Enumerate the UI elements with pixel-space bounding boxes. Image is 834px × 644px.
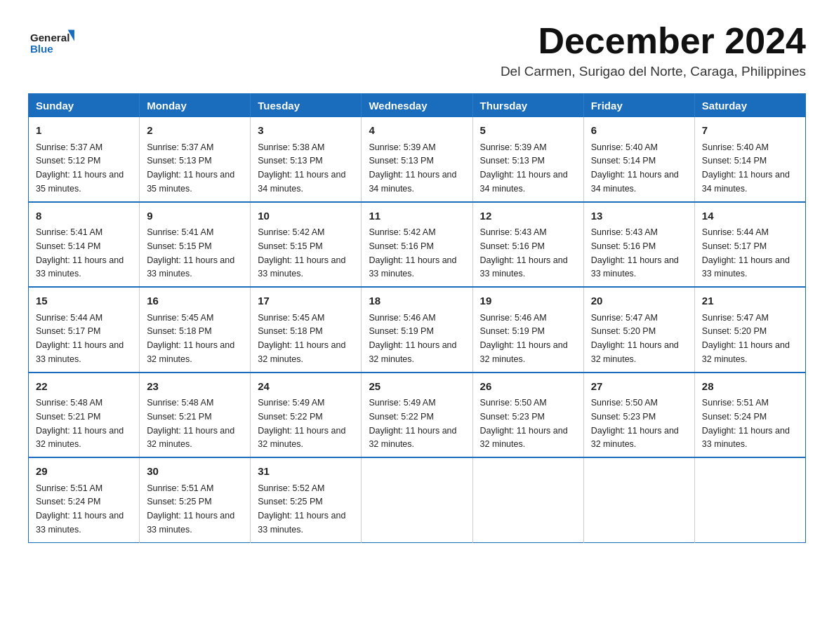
day-number: 29 [36, 464, 132, 480]
day-info: Sunrise: 5:39 AMSunset: 5:13 PMDaylight:… [480, 142, 568, 194]
calendar-cell: 15Sunrise: 5:44 AMSunset: 5:17 PMDayligh… [29, 287, 140, 373]
calendar-cell: 13Sunrise: 5:43 AMSunset: 5:16 PMDayligh… [583, 202, 694, 288]
page-header: General Blue December 2024 Del Carmen, S… [28, 21, 806, 79]
day-number: 23 [147, 379, 243, 395]
day-number: 25 [369, 379, 465, 395]
logo-svg: General Blue [28, 21, 77, 63]
day-info: Sunrise: 5:40 AMSunset: 5:14 PMDaylight:… [591, 142, 679, 194]
calendar-cell: 20Sunrise: 5:47 AMSunset: 5:20 PMDayligh… [583, 287, 694, 373]
day-number: 3 [258, 123, 354, 139]
weekday-header-wednesday: Wednesday [362, 94, 472, 118]
day-info: Sunrise: 5:48 AMSunset: 5:21 PMDaylight:… [36, 398, 124, 449]
calendar-cell: 31Sunrise: 5:52 AMSunset: 5:25 PMDayligh… [251, 457, 362, 542]
calendar-cell: 27Sunrise: 5:50 AMSunset: 5:23 PMDayligh… [583, 373, 694, 458]
calendar-cell: 22Sunrise: 5:48 AMSunset: 5:21 PMDayligh… [29, 373, 140, 458]
calendar-cell: 25Sunrise: 5:49 AMSunset: 5:22 PMDayligh… [362, 373, 472, 458]
calendar-cell: 8Sunrise: 5:41 AMSunset: 5:14 PMDaylight… [29, 202, 140, 288]
day-info: Sunrise: 5:41 AMSunset: 5:15 PMDaylight:… [147, 227, 234, 279]
weekday-header-thursday: Thursday [472, 94, 583, 118]
day-info: Sunrise: 5:47 AMSunset: 5:20 PMDaylight:… [591, 313, 679, 364]
weekday-header-sunday: Sunday [29, 94, 140, 118]
day-info: Sunrise: 5:50 AMSunset: 5:23 PMDaylight:… [480, 398, 568, 449]
day-number: 24 [258, 379, 354, 395]
day-info: Sunrise: 5:45 AMSunset: 5:18 PMDaylight:… [147, 313, 234, 364]
day-info: Sunrise: 5:44 AMSunset: 5:17 PMDaylight:… [702, 227, 790, 279]
calendar-cell: 23Sunrise: 5:48 AMSunset: 5:21 PMDayligh… [140, 373, 251, 458]
day-number: 15 [36, 293, 132, 309]
calendar-cell: 30Sunrise: 5:51 AMSunset: 5:25 PMDayligh… [140, 457, 251, 542]
day-number: 6 [591, 123, 687, 139]
day-info: Sunrise: 5:38 AMSunset: 5:13 PMDaylight:… [258, 142, 345, 194]
day-number: 13 [591, 208, 687, 224]
weekday-header-monday: Monday [140, 94, 251, 118]
day-number: 28 [702, 379, 798, 395]
calendar-cell: 10Sunrise: 5:42 AMSunset: 5:15 PMDayligh… [251, 202, 362, 288]
day-info: Sunrise: 5:48 AMSunset: 5:21 PMDaylight:… [147, 398, 234, 449]
week-row-4: 22Sunrise: 5:48 AMSunset: 5:21 PMDayligh… [29, 373, 806, 458]
calendar-table: SundayMondayTuesdayWednesdayThursdayFrid… [28, 93, 806, 543]
month-title: December 2024 [501, 21, 806, 61]
day-info: Sunrise: 5:46 AMSunset: 5:19 PMDaylight:… [369, 313, 456, 364]
calendar-cell: 5Sunrise: 5:39 AMSunset: 5:13 PMDaylight… [472, 117, 583, 202]
calendar-cell: 14Sunrise: 5:44 AMSunset: 5:17 PMDayligh… [694, 202, 805, 288]
calendar-cell [583, 457, 694, 542]
day-number: 7 [702, 123, 798, 139]
day-info: Sunrise: 5:44 AMSunset: 5:17 PMDaylight:… [36, 313, 124, 364]
calendar-cell: 26Sunrise: 5:50 AMSunset: 5:23 PMDayligh… [472, 373, 583, 458]
day-info: Sunrise: 5:50 AMSunset: 5:23 PMDaylight:… [591, 398, 679, 449]
day-info: Sunrise: 5:41 AMSunset: 5:14 PMDaylight:… [36, 227, 124, 279]
calendar-cell: 1Sunrise: 5:37 AMSunset: 5:12 PMDaylight… [29, 117, 140, 202]
day-info: Sunrise: 5:45 AMSunset: 5:18 PMDaylight:… [258, 313, 345, 364]
calendar-cell: 12Sunrise: 5:43 AMSunset: 5:16 PMDayligh… [472, 202, 583, 288]
day-number: 31 [258, 464, 354, 480]
day-info: Sunrise: 5:51 AMSunset: 5:25 PMDaylight:… [147, 483, 234, 535]
day-info: Sunrise: 5:40 AMSunset: 5:14 PMDaylight:… [702, 142, 790, 194]
day-number: 20 [591, 293, 687, 309]
day-number: 26 [480, 379, 576, 395]
day-number: 17 [258, 293, 354, 309]
day-info: Sunrise: 5:47 AMSunset: 5:20 PMDaylight:… [702, 313, 790, 364]
calendar-cell: 24Sunrise: 5:49 AMSunset: 5:22 PMDayligh… [251, 373, 362, 458]
day-info: Sunrise: 5:52 AMSunset: 5:25 PMDaylight:… [258, 483, 345, 535]
day-number: 16 [147, 293, 243, 309]
calendar-cell: 28Sunrise: 5:51 AMSunset: 5:24 PMDayligh… [694, 373, 805, 458]
day-info: Sunrise: 5:43 AMSunset: 5:16 PMDaylight:… [591, 227, 679, 279]
week-row-2: 8Sunrise: 5:41 AMSunset: 5:14 PMDaylight… [29, 202, 806, 288]
calendar-cell: 2Sunrise: 5:37 AMSunset: 5:13 PMDaylight… [140, 117, 251, 202]
logo: General Blue [28, 21, 77, 63]
weekday-header-row: SundayMondayTuesdayWednesdayThursdayFrid… [29, 94, 806, 118]
day-number: 18 [369, 293, 465, 309]
calendar-cell: 16Sunrise: 5:45 AMSunset: 5:18 PMDayligh… [140, 287, 251, 373]
day-info: Sunrise: 5:37 AMSunset: 5:13 PMDaylight:… [147, 142, 234, 194]
day-number: 1 [36, 123, 132, 139]
calendar-cell [694, 457, 805, 542]
calendar-cell: 11Sunrise: 5:42 AMSunset: 5:16 PMDayligh… [362, 202, 472, 288]
calendar-cell: 6Sunrise: 5:40 AMSunset: 5:14 PMDaylight… [583, 117, 694, 202]
svg-text:General: General [30, 32, 70, 43]
day-info: Sunrise: 5:51 AMSunset: 5:24 PMDaylight:… [36, 483, 124, 535]
day-number: 19 [480, 293, 576, 309]
day-number: 21 [702, 293, 798, 309]
location-subtitle: Del Carmen, Surigao del Norte, Caraga, P… [501, 64, 806, 79]
calendar-cell: 7Sunrise: 5:40 AMSunset: 5:14 PMDaylight… [694, 117, 805, 202]
day-info: Sunrise: 5:42 AMSunset: 5:15 PMDaylight:… [258, 227, 345, 279]
svg-text:Blue: Blue [30, 43, 53, 55]
day-info: Sunrise: 5:49 AMSunset: 5:22 PMDaylight:… [258, 398, 345, 449]
calendar-cell: 21Sunrise: 5:47 AMSunset: 5:20 PMDayligh… [694, 287, 805, 373]
day-number: 9 [147, 208, 243, 224]
week-row-5: 29Sunrise: 5:51 AMSunset: 5:24 PMDayligh… [29, 457, 806, 542]
day-info: Sunrise: 5:49 AMSunset: 5:22 PMDaylight:… [369, 398, 456, 449]
calendar-cell: 4Sunrise: 5:39 AMSunset: 5:13 PMDaylight… [362, 117, 472, 202]
calendar-cell [362, 457, 472, 542]
day-info: Sunrise: 5:51 AMSunset: 5:24 PMDaylight:… [702, 398, 790, 449]
week-row-3: 15Sunrise: 5:44 AMSunset: 5:17 PMDayligh… [29, 287, 806, 373]
calendar-cell: 3Sunrise: 5:38 AMSunset: 5:13 PMDaylight… [251, 117, 362, 202]
day-number: 14 [702, 208, 798, 224]
day-info: Sunrise: 5:43 AMSunset: 5:16 PMDaylight:… [480, 227, 568, 279]
title-block: December 2024 Del Carmen, Surigao del No… [501, 21, 806, 79]
day-number: 27 [591, 379, 687, 395]
day-info: Sunrise: 5:46 AMSunset: 5:19 PMDaylight:… [480, 313, 568, 364]
day-number: 22 [36, 379, 132, 395]
weekday-header-friday: Friday [583, 94, 694, 118]
calendar-cell: 19Sunrise: 5:46 AMSunset: 5:19 PMDayligh… [472, 287, 583, 373]
